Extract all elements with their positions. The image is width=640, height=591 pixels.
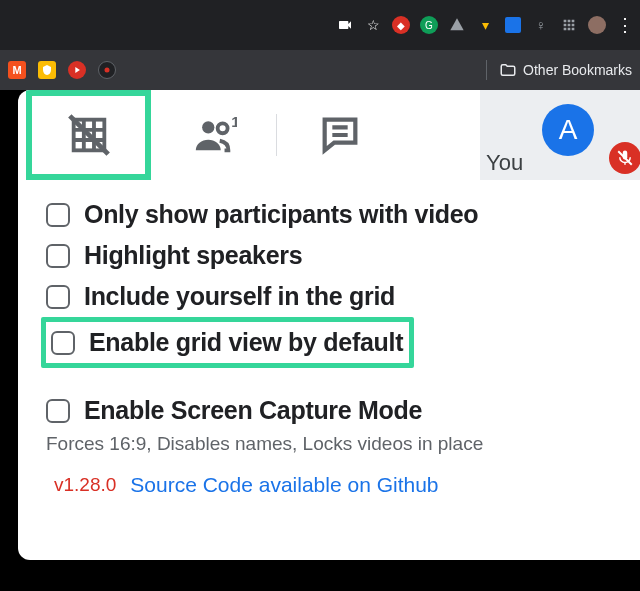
tab-chat[interactable] <box>277 90 402 180</box>
avatar: A <box>542 104 594 156</box>
muted-indicator[interactable] <box>609 142 640 174</box>
version-label: v1.28.0 <box>54 474 116 496</box>
avatar-initial: A <box>559 114 578 146</box>
apps-grid-icon[interactable] <box>560 16 578 34</box>
option-include-yourself[interactable]: Include yourself in the grid <box>46 276 630 317</box>
option-screen-capture[interactable]: Enable Screen Capture Mode Forces 16:9, … <box>46 390 630 455</box>
mic-off-icon <box>616 149 634 167</box>
ext-icon-green[interactable]: G <box>420 16 438 34</box>
svg-point-0 <box>105 68 110 73</box>
bookmarks-bar: M Other Bookmarks <box>0 50 640 90</box>
option-description: Forces 16:9, Disables names, Locks video… <box>46 433 630 455</box>
divider <box>486 60 487 80</box>
bookmark-icon-play[interactable] <box>68 61 86 79</box>
folder-icon <box>499 61 517 79</box>
drive-icon[interactable] <box>448 16 466 34</box>
svg-text:1: 1 <box>231 113 237 130</box>
menu-dots-icon[interactable]: ⋮ <box>616 16 634 34</box>
options-list: Only show participants with video Highli… <box>18 180 640 497</box>
tab-people[interactable]: 1 <box>151 90 276 180</box>
svg-point-8 <box>217 123 227 133</box>
ext-icon-bolt[interactable]: ▾ <box>476 16 494 34</box>
option-only-video[interactable]: Only show participants with video <box>46 194 630 235</box>
panel-footer: v1.28.0 Source Code available on Github <box>46 455 630 497</box>
grid-off-icon <box>66 112 112 158</box>
checkbox[interactable] <box>51 331 75 355</box>
highlighted-option-wrapper: Enable grid view by default <box>41 317 414 368</box>
self-video-tile[interactable]: You A <box>480 90 640 180</box>
bookmark-icon-m[interactable]: M <box>8 61 26 79</box>
you-label: You <box>480 150 523 180</box>
checkbox[interactable] <box>46 203 70 227</box>
star-icon[interactable]: ☆ <box>364 16 382 34</box>
checkbox[interactable] <box>46 244 70 268</box>
option-highlight-speakers[interactable]: Highlight speakers <box>46 235 630 276</box>
option-enable-grid-default[interactable]: Enable grid view by default <box>51 328 403 357</box>
option-label: Highlight speakers <box>84 241 302 270</box>
option-label: Enable Screen Capture Mode <box>84 396 422 425</box>
people-icon: 1 <box>191 112 237 158</box>
checkbox[interactable] <box>46 399 70 423</box>
bookmark-icon-dark[interactable] <box>98 61 116 79</box>
checkbox[interactable] <box>46 285 70 309</box>
profile-avatar-icon[interactable] <box>588 16 606 34</box>
panel-tabs: 1 You A <box>18 90 640 180</box>
ext-icon-blue[interactable] <box>504 16 522 34</box>
option-label: Only show participants with video <box>84 200 478 229</box>
grid-settings-panel: 1 You A Only show pa <box>18 90 640 560</box>
camera-icon[interactable] <box>336 16 354 34</box>
other-bookmarks-button[interactable]: Other Bookmarks <box>486 60 632 80</box>
chat-icon <box>317 112 363 158</box>
ext-icon-red[interactable]: ◆ <box>392 16 410 34</box>
option-label: Include yourself in the grid <box>84 282 395 311</box>
tab-grid-view[interactable] <box>26 90 151 180</box>
svg-point-7 <box>202 121 214 133</box>
option-label: Enable grid view by default <box>89 328 403 357</box>
browser-toolbar: ☆ ◆ G ▾ ♀ ⋮ <box>0 0 640 50</box>
source-code-link[interactable]: Source Code available on Github <box>130 473 438 497</box>
bookmark-icon-shield[interactable] <box>38 61 56 79</box>
bulb-icon[interactable]: ♀ <box>532 16 550 34</box>
other-bookmarks-label: Other Bookmarks <box>523 62 632 78</box>
